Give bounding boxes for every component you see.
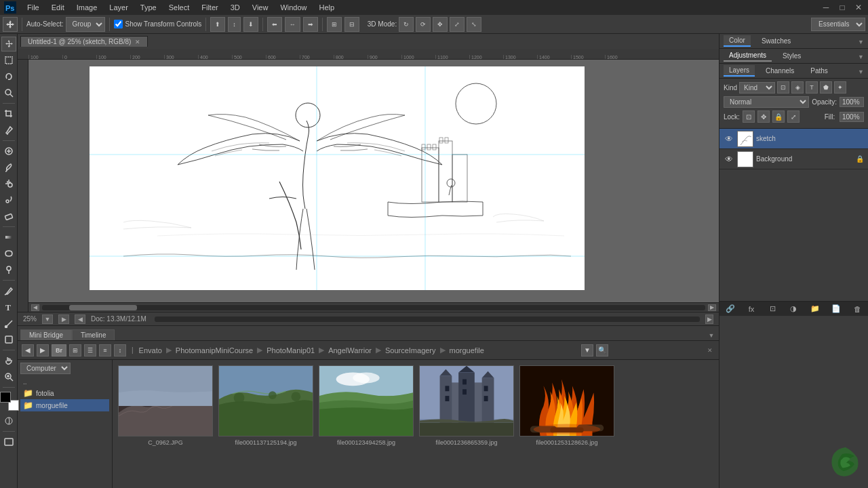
menu-edit[interactable]: Edit [46, 2, 70, 13]
menu-view[interactable]: View [247, 2, 274, 13]
folder-fotolia[interactable]: 📁 fotolia [20, 387, 109, 399]
bridge-forward-btn[interactable]: ▶ [37, 344, 49, 357]
3d-scale-btn[interactable]: ⤡ [467, 17, 481, 32]
add-mask-btn[interactable]: ⊡ [766, 303, 779, 315]
close-button[interactable]: ✕ [852, 1, 865, 14]
auto-select-dropdown[interactable]: Group Layer [66, 17, 105, 32]
marquee-tool[interactable] [1, 53, 16, 68]
path-select-tool[interactable] [1, 316, 16, 331]
panel-collapse-btn[interactable]: ▼ [707, 331, 716, 340]
new-group-btn[interactable]: 📁 [808, 303, 822, 315]
bridge-filter-btn[interactable]: ▼ [581, 344, 593, 357]
dodge-tool[interactable] [1, 262, 16, 277]
bridge-item-2[interactable]: file000123494258.jpg [319, 365, 414, 446]
breadcrumb-photoManip01[interactable]: PhotoManip01 [267, 346, 315, 354]
view-list-btn[interactable]: ≡ [99, 344, 111, 357]
scroll-thumb[interactable] [69, 305, 137, 310]
align-right-btn[interactable]: ➡ [303, 17, 318, 32]
bridge-grid[interactable]: C_0962.JPG [113, 360, 719, 488]
mini-bridge-tab[interactable]: Mini Bridge [20, 329, 72, 340]
lasso-tool[interactable] [1, 69, 16, 84]
eyedropper-tool[interactable] [1, 123, 16, 138]
status-nav-btn[interactable]: ▶ [705, 314, 713, 324]
zoom-tool[interactable] [1, 369, 16, 384]
move-tool-btn[interactable] [3, 17, 18, 32]
add-style-btn[interactable]: fx [745, 303, 758, 315]
bridge-back-btn[interactable]: ◀ [22, 344, 34, 357]
bridge-item-3[interactable]: file0001236865359.jpg [419, 365, 514, 446]
adjustments-tab[interactable]: Adjustments [724, 50, 772, 62]
styles-tab[interactable]: Styles [777, 51, 806, 61]
breadcrumb-photomanip[interactable]: PhotomanipMiniCourse [176, 346, 253, 354]
timeline-tab[interactable]: Timeline [72, 329, 115, 340]
filter-smart-btn[interactable]: ✦ [834, 81, 846, 94]
crop-tool[interactable] [1, 106, 16, 121]
link-layers-btn[interactable]: 🔗 [724, 303, 737, 315]
view-detail-btn[interactable]: ☰ [84, 344, 96, 357]
bridge-item-1[interactable]: file0001137125194.jpg [218, 365, 313, 446]
lock-pixels-btn[interactable]: ⊡ [743, 110, 755, 123]
3d-rotate-btn[interactable]: ↻ [399, 17, 414, 32]
record-btn[interactable]: ▶ [58, 314, 69, 324]
filter-type-btn[interactable]: T [806, 81, 818, 94]
zoom-dropdown-btn[interactable]: ▼ [42, 314, 53, 324]
menu-select[interactable]: Select [163, 2, 195, 13]
brush-tool[interactable] [1, 160, 16, 175]
panel-layers-collapse[interactable]: ▼ [858, 68, 864, 75]
menu-layer[interactable]: Layer [104, 2, 134, 13]
clone-tool[interactable] [1, 176, 16, 191]
menu-help[interactable]: Help [314, 2, 340, 13]
menu-type[interactable]: Type [135, 2, 162, 13]
blend-mode-dropdown[interactable]: Normal Multiply Screen Overlay [724, 96, 809, 108]
canvas-content[interactable] [28, 60, 719, 312]
maximize-button[interactable]: □ [835, 1, 849, 14]
panel-adj-collapse[interactable]: ▼ [858, 54, 864, 60]
breadcrumb-morguefile[interactable]: morguefile [450, 346, 484, 354]
bridge-item-4[interactable]: file0001253128626.jpg [519, 365, 614, 446]
folder-morguefile[interactable]: 📁 morguefile [20, 399, 109, 411]
scroll-right-btn[interactable]: ▶ [708, 304, 716, 311]
channels-tab[interactable]: Channels [760, 66, 800, 76]
menu-3d[interactable]: 3D [225, 2, 245, 13]
breadcrumb-sourceimagery[interactable]: SourceImagery [385, 346, 436, 354]
breadcrumb-envato[interactable]: Envato [139, 346, 162, 354]
minimize-button[interactable]: ─ [819, 1, 833, 14]
lock-all-btn[interactable]: 🔒 [772, 110, 785, 123]
filter-kind-dropdown[interactable]: Kind Name Effect [739, 82, 775, 94]
quick-select-tool[interactable] [1, 85, 16, 100]
dist-v-btn[interactable]: ⊟ [344, 17, 359, 32]
menu-filter[interactable]: Filter [196, 2, 223, 13]
new-layer-btn[interactable]: 📄 [829, 303, 843, 315]
swatches-tab[interactable]: Swatches [756, 36, 796, 46]
dist-h-btn[interactable]: ⊞ [327, 17, 342, 32]
align-bottom-btn[interactable]: ⬇ [243, 17, 258, 32]
screen-mode-btn[interactable] [1, 434, 16, 449]
document-close-btn[interactable]: ✕ [135, 39, 140, 45]
filter-shape-btn[interactable]: ⬟ [820, 81, 832, 94]
view-grid-btn[interactable]: ⊞ [69, 344, 81, 357]
heal-tool[interactable] [1, 144, 16, 159]
panel-top-collapse[interactable]: ▼ [858, 39, 864, 45]
filter-pixel-btn[interactable]: ⊡ [777, 81, 789, 94]
layer-item-sketch[interactable]: 👁 sketch [719, 129, 868, 149]
quick-mask-btn[interactable] [1, 413, 16, 428]
layer-item-background[interactable]: 👁 Background 🔒 [719, 149, 868, 169]
history-brush-tool[interactable] [1, 192, 16, 207]
3d-slide-btn[interactable]: ⤢ [450, 17, 465, 32]
blur-tool[interactable] [1, 246, 16, 261]
shape-tool[interactable] [1, 332, 16, 347]
bridge-panel-close[interactable]: ✕ [705, 346, 715, 355]
scroll-left-btn[interactable]: ◀ [31, 304, 39, 311]
lock-artboards-btn[interactable]: ⤢ [787, 110, 800, 123]
computer-dropdown[interactable]: Computer [20, 363, 71, 374]
eraser-tool[interactable] [1, 209, 16, 224]
sort-btn[interactable]: ↕ [114, 344, 126, 357]
hand-tool[interactable] [1, 353, 16, 368]
gradient-tool[interactable] [1, 230, 16, 245]
document-tab[interactable]: Untitled-1 @ 25% (sketch, RGB/8) ✕ [20, 36, 148, 47]
align-vcenter-btn[interactable]: ↕ [228, 17, 241, 32]
align-top-btn[interactable]: ⬆ [210, 17, 225, 32]
foreground-color-swatch[interactable] [0, 392, 11, 403]
bridge-item-0[interactable]: C_0962.JPG [118, 365, 213, 446]
layer-visibility-background[interactable]: 👁 [724, 154, 734, 165]
